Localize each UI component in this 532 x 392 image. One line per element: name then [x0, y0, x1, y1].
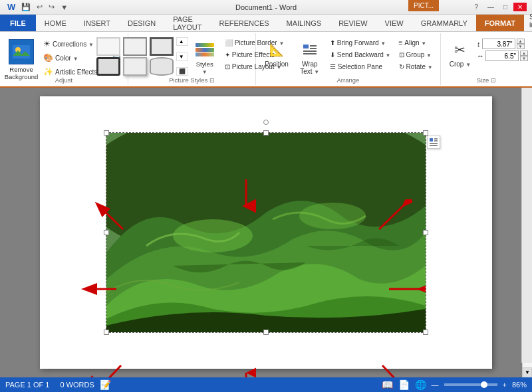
svg-line-22 — [96, 365, 121, 377]
layout-icon-rb: ⊡ — [225, 63, 230, 70]
width-icon: ↔ — [477, 52, 484, 60]
zoom-minus[interactable]: — — [432, 381, 439, 389]
handle-mid-right[interactable] — [423, 230, 428, 235]
tab-view[interactable]: VIEW — [376, 15, 412, 31]
rotation-handle[interactable] — [263, 120, 269, 125]
scroll-track[interactable] — [523, 98, 532, 367]
tab-insert[interactable]: INSERT — [75, 15, 119, 31]
zoom-level: 86% — [512, 381, 527, 389]
send-backward-icon: ⬇ — [330, 51, 335, 58]
tab-file[interactable]: FILE — [0, 15, 36, 31]
zoom-plus[interactable]: + — [503, 381, 507, 389]
customize-qa-icon[interactable]: ▼ — [59, 3, 70, 12]
vertical-scrollbar: ▲ ▼ — [522, 88, 532, 377]
position-button[interactable]: 📐 Position — [260, 36, 293, 71]
tab-references[interactable]: REFERENCES — [210, 15, 277, 31]
sign-in-button[interactable]: Sign in — [524, 10, 532, 31]
handle-bot-right[interactable] — [423, 330, 428, 335]
page-info: PAGE 1 OF 1 — [5, 381, 49, 389]
status-bar-right: 📖 📄 🌐 — + 86% — [382, 379, 527, 390]
svg-rect-12 — [430, 138, 433, 142]
layout-options-button[interactable] — [427, 136, 440, 149]
web-layout-icon[interactable]: 🌐 — [415, 379, 426, 390]
style-grid — [96, 36, 175, 76]
width-up[interactable]: ▲ — [520, 50, 528, 56]
height-down[interactable]: ▼ — [517, 44, 525, 49]
scroll-thumb[interactable] — [523, 101, 532, 209]
redo-icon[interactable]: ↪ — [47, 2, 57, 12]
quick-access-toolbar: W 💾 ↩ ↪ ▼ — [5, 1, 70, 13]
styles-expand-icon[interactable]: ⊡ — [209, 77, 215, 84]
tab-review[interactable]: REVIEW — [330, 15, 376, 31]
position-icon: 📐 — [266, 39, 287, 60]
size-expand-icon[interactable]: ⊡ — [491, 77, 496, 84]
style-preview-4[interactable] — [96, 57, 120, 76]
selected-image-container[interactable] — [106, 133, 426, 332]
style-preview-3[interactable] — [150, 37, 174, 56]
send-backward-label: Send Backward ▼ — [337, 51, 391, 58]
height-input[interactable] — [482, 39, 515, 49]
tab-mailings[interactable]: MAILINGS — [278, 15, 331, 31]
handle-bot-left[interactable] — [104, 330, 109, 335]
corrections-icon: ☀ — [43, 39, 51, 49]
proofing-icon[interactable]: 📝 — [100, 379, 111, 390]
width-down[interactable]: ▼ — [520, 56, 528, 61]
styles-more[interactable]: ⬛ — [176, 67, 188, 76]
effects-icon: ✦ — [225, 51, 230, 58]
crop-icon: ✂ — [450, 39, 471, 60]
wrap-label: WrapText ▼ — [300, 60, 319, 75]
align-group-col: ≡ Align ▼ ⊡ Group ▼ ↻ Rotate ▼ — [396, 36, 436, 72]
reading-view-icon[interactable]: 📖 — [382, 379, 393, 390]
style-preview-1[interactable] — [96, 37, 120, 56]
align-button[interactable]: ≡ Align ▼ — [396, 37, 436, 49]
undo-icon[interactable]: ↩ — [35, 2, 45, 12]
selection-pane-button[interactable]: ☰ Selection Pane — [327, 61, 394, 72]
zoom-slider[interactable] — [444, 383, 497, 386]
handle-bot-center[interactable] — [263, 330, 269, 335]
arrow-bot-left — [88, 362, 128, 377]
handle-top-center[interactable] — [263, 130, 269, 136]
picture-styles-label: Picture Styles ⊡ — [128, 76, 255, 84]
styles-scroll-down[interactable]: ▼ — [176, 52, 188, 61]
width-input-row: ↔ ▲ ▼ — [477, 50, 528, 61]
arrow-bot-right — [376, 362, 416, 377]
crop-button[interactable]: ✂ Crop ▼ — [445, 36, 475, 71]
group-icon: ⊡ — [399, 51, 404, 58]
corrections-label: Corrections ▼ — [53, 41, 94, 48]
zoom-thumb[interactable] — [481, 381, 487, 388]
tab-design[interactable]: DESIGN — [119, 15, 164, 31]
quick-styles-button[interactable]: Styles ▼ — [190, 36, 220, 78]
style-preview-5[interactable] — [123, 57, 147, 76]
maximize-button[interactable]: □ — [500, 3, 511, 11]
height-input-row: ↕ ▲ ▼ — [477, 39, 528, 49]
width-input[interactable] — [485, 50, 519, 61]
arrow-top-center — [236, 176, 256, 213]
wrap-text-button[interactable]: WrapText ▼ — [295, 36, 325, 78]
tab-grammarly[interactable]: GRAMMARLY — [412, 15, 476, 31]
rotate-button[interactable]: ↻ Rotate ▼ — [396, 61, 436, 72]
handle-top-left[interactable] — [104, 130, 109, 136]
handle-top-right[interactable] — [423, 130, 428, 136]
send-backward-button[interactable]: ⬇ Send Backward ▼ — [327, 49, 394, 60]
styles-scroll-up[interactable]: ▲ — [176, 37, 188, 46]
help-button[interactable]: ? — [471, 3, 481, 11]
save-icon[interactable]: 💾 — [19, 2, 33, 12]
svg-line-19 — [379, 205, 404, 229]
group-button[interactable]: ⊡ Group ▼ — [396, 49, 436, 60]
minimize-button[interactable]: — — [484, 3, 497, 11]
tab-page-layout[interactable]: PAGE LAYOUT — [164, 15, 210, 31]
arrow-top-left — [90, 199, 130, 233]
height-up[interactable]: ▲ — [517, 39, 525, 44]
style-preview-6[interactable] — [150, 57, 174, 76]
tab-format[interactable]: FORMAT — [476, 15, 524, 31]
print-layout-icon[interactable]: 📄 — [398, 379, 410, 390]
quick-styles-label: Styles ▼ — [194, 60, 215, 75]
bring-forward-button[interactable]: ⬆ Bring Forward ▼ — [327, 37, 394, 49]
arrange-group: 📐 Position WrapText ▼ ⬆ — [256, 33, 441, 85]
width-spinner: ▲ ▼ — [520, 50, 528, 61]
scroll-down-button[interactable]: ▼ — [523, 367, 532, 377]
style-preview-2[interactable] — [123, 37, 147, 56]
scroll-up-button[interactable]: ▲ — [523, 88, 532, 98]
border-icon: ⬜ — [225, 39, 233, 47]
tab-home[interactable]: HOME — [36, 15, 75, 31]
